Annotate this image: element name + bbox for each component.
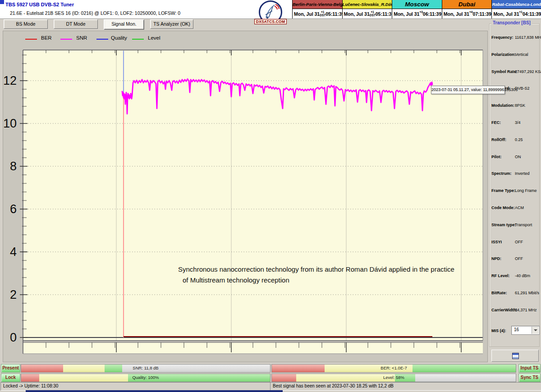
clock-time: 04:11:39: [523, 11, 541, 17]
transponder-row-fec: FEC:3/4: [491, 120, 538, 127]
clock-time: 07:11:39: [472, 11, 491, 17]
input-ts-button[interactable]: Input TS: [518, 364, 541, 373]
transponder-value: ACM: [515, 205, 524, 210]
transponder-panel: Transponder [BS] Frequency:11617,838 MHz…: [488, 20, 541, 364]
clock-utc-offset: +4: [469, 11, 472, 17]
transponder-label: CarrierWidth:: [491, 308, 517, 312]
chart-annotation: Synchronous nanocorrection technology fr…: [178, 264, 476, 286]
transponder-row-frequency: Frequency:11617,838 MHz: [491, 35, 538, 41]
chevron-down-icon[interactable]: [532, 327, 539, 334]
signal-chart: 024681012: [3, 31, 487, 362]
statusbar-best-signal: Best signal has been seen at 2023-07-30 …: [270, 382, 541, 391]
mis-select[interactable]: 16: [511, 326, 540, 335]
transponder-row-issyi: ISSYIOFF: [491, 240, 538, 246]
lock-button[interactable]: Lock: [1, 374, 20, 382]
clock-time: 05:11:39: [326, 11, 344, 17]
sync-ts-button[interactable]: Sync TS: [518, 374, 541, 382]
quality-legend-label: Quality: [111, 35, 127, 41]
snr-legend-label: SNR: [76, 35, 87, 41]
level-legend-label: Level: [148, 35, 160, 41]
tab-dt-mode[interactable]: DT Mode: [54, 19, 98, 29]
transponder-value: -40 dBm: [515, 273, 530, 278]
annotation-line2: of Multistream technology reception: [183, 275, 476, 286]
transponder-label: Modulation:: [491, 103, 514, 108]
y-tick-label-2: 2: [10, 288, 17, 301]
y-tick-label-8: 8: [10, 160, 17, 173]
page-title: TBS 5927 USB DVB-S2 Tuner: [5, 2, 74, 7]
transponder-row-modulation: Modulation:8PSK: [491, 103, 538, 109]
mis-label: MIS (4):: [491, 328, 506, 333]
transponder-row-polarization: Polarization:Vertical: [491, 52, 538, 59]
transponder-row-frametype: Frame Type:Long Frame: [491, 188, 538, 195]
transponder-label: Frequency:: [491, 35, 513, 40]
clock-time-row: Mon, Jul 31+4 07:11:39: [442, 9, 492, 18]
chart-legend: BERSNRQualityLevel: [3, 35, 487, 44]
clock-utc-offset: +1DST: [370, 11, 376, 17]
bar-level-text: Level: 58%: [272, 374, 516, 382]
ts-tool-button[interactable]: [491, 350, 539, 362]
transponder-label: RF Level:: [491, 273, 510, 278]
tab-bs-mode[interactable]: BS Mode: [4, 19, 48, 29]
present-button[interactable]: Present: [1, 364, 20, 373]
transponder-label: Polarization:: [491, 52, 516, 57]
transponder-label: Code Mode:: [491, 205, 515, 210]
clock-time: 05:11:39: [376, 11, 394, 17]
transponder-row-spectrum: Spectrum:Inverted: [491, 171, 538, 178]
y-tick-label-6: 6: [10, 202, 17, 216]
tab-signal-mon-[interactable]: Signal Mon.: [104, 19, 144, 30]
transponder-label: FEC:: [491, 120, 501, 125]
clock-city: Dubai: [442, 0, 492, 9]
transponder-value: Inverted: [515, 171, 530, 176]
transponder-panel-title: Transponder [BS]: [491, 20, 532, 25]
ts-list-icon: [512, 353, 519, 359]
transponder-value: 8PSK: [515, 103, 525, 108]
transponder-value: Transport: [515, 223, 532, 227]
transponder-label: ISSYI: [491, 240, 502, 244]
transponder-value: OFF: [515, 240, 523, 244]
clock-date: Mon, Jul 31: [394, 11, 419, 17]
transponder-label: Symbol Rate:: [491, 69, 518, 74]
tab-ts-analyzer-ok-[interactable]: TS Analyzer (OK): [150, 19, 193, 29]
clock-date: Mon, Jul 31: [444, 11, 469, 17]
y-tick-label-4: 4: [10, 245, 17, 259]
clock-cell-2: MoscowMon, Jul 31+3 06:11:39: [392, 0, 442, 18]
level-bar: Level: 58%: [271, 374, 516, 382]
transponder-row-bitrate: BitRate:61,291 Mbit/s: [491, 291, 538, 297]
bar-ber-text: BER: <1.0E-7: [272, 365, 516, 372]
window-icon: [0, 0, 4, 4]
clock-city: Berlin-Paris-Vienna-Belgrade: [293, 0, 342, 9]
transponder-row-streamtype: Stream type:Transport: [491, 223, 538, 229]
dxsatcs-logo: DXSATCS.COM: [253, 0, 288, 24]
tuner-subtitle: 21.6E - Eutelsat 21B SES 16 (ID: 0216) @…: [10, 10, 180, 16]
clock-date: Mon, Jul 31: [344, 11, 370, 17]
ber-legend-label: BER: [41, 35, 52, 41]
transponder-row-carrierwidth: CarrierWidth:34,371 MHz: [491, 308, 538, 314]
clock-city: Moscow: [392, 0, 442, 9]
quality-legend-line: [96, 39, 108, 40]
transponder-label: Frame Type:: [491, 188, 515, 193]
chart-tooltip: 2023-07-31 05.11.27, value: 11,899999618…: [431, 86, 505, 94]
transponder-row-npd: NPD:OFF: [491, 256, 538, 263]
clock-time-row: Mon, Jul 31+1DST05:11:39: [293, 9, 342, 18]
transponder-value: ON: [515, 155, 521, 159]
clock-time-row: Mon, Jul 31+1DST05:11:39: [343, 9, 392, 18]
clock-utc-offset: +3: [419, 11, 422, 17]
transponder-value: Long Frame: [515, 188, 537, 193]
signal-monitor-chart-panel: BERSNRQualityLevel 024681012 Synchronous…: [3, 31, 488, 362]
clock-city: Rabat-Casablanca-London: [492, 0, 541, 9]
transponder-row-pilot: Pilot:ON: [491, 155, 538, 161]
transponder-value: 0.25: [515, 137, 523, 142]
level-legend-line: [132, 39, 144, 40]
clock-date: Mon, Jul 31: [493, 11, 519, 17]
app-window: TBS 5927 USB DVB-S2 Tuner 21.6E - Eutels…: [0, 0, 541, 392]
transponder-row-rolloff: RollOff:0.25: [491, 137, 538, 144]
bar-quality-text: Quality: 100%: [21, 374, 270, 382]
clock-cell-3: DubaiMon, Jul 31+4 07:11:39: [442, 0, 492, 18]
transponder-label: Stream type:: [491, 223, 516, 227]
quality-bar: Quality: 100%: [21, 374, 270, 382]
clock-city: Lučenec-Slovakia_R.Dávid: [343, 0, 392, 9]
transponder-value: 11617,838 MHz: [515, 35, 541, 40]
transponder-value: 61,291 Mbit/s: [515, 291, 539, 295]
clock-time: 06:11:39: [423, 11, 441, 17]
annotation-line1: Synchronous nanocorrection technology fr…: [178, 264, 476, 275]
